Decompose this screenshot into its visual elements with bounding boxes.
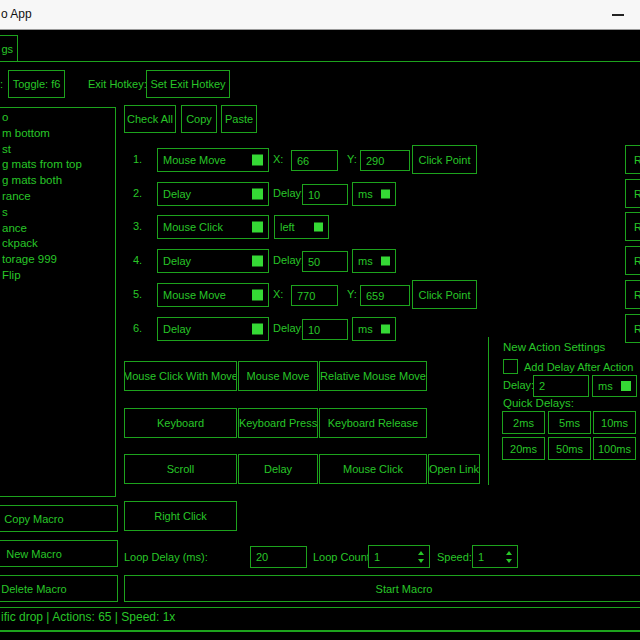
add-keyboard-button[interactable]: Keyboard <box>124 408 237 438</box>
action-type-value: Mouse Move <box>163 154 226 166</box>
delete-macro-button[interactable]: Delete Macro <box>0 575 118 602</box>
start-macro-button[interactable]: Start Macro <box>124 575 640 602</box>
loop-delay-input[interactable] <box>250 546 307 568</box>
new-delay-input[interactable] <box>533 375 589 397</box>
add-keyboard-release-button[interactable]: Keyboard Release <box>319 408 427 438</box>
add-scroll-button[interactable]: Scroll <box>124 454 237 484</box>
add-mouse-click-button[interactable]: Mouse Click <box>319 454 427 484</box>
add-mouse-move-button[interactable]: Mouse Move <box>238 361 318 391</box>
loop-count-stepper[interactable]: 1 <box>368 545 430 568</box>
quick-delays-label: Quick Delays: <box>503 397 574 410</box>
add-keyboard-press-button[interactable]: Keyboard Press <box>238 408 318 438</box>
delay-input[interactable] <box>302 184 348 205</box>
action-row-number: 2. <box>133 187 142 200</box>
spinner-up-icon[interactable] <box>418 551 424 555</box>
action-type-dropdown[interactable]: Mouse Move <box>157 283 269 307</box>
click-point-button[interactable]: Click Point <box>412 145 477 174</box>
y-input[interactable] <box>360 150 410 171</box>
macro-list-item[interactable]: st <box>0 142 115 158</box>
action-row-number: 6. <box>133 322 142 335</box>
action-row-number: 5. <box>133 288 142 301</box>
dropdown-indicator-icon <box>381 325 390 334</box>
set-exit-hotkey-button[interactable]: Set Exit Hotkey <box>146 70 230 98</box>
new-delay-label: Delay: <box>503 379 534 392</box>
new-macro-button[interactable]: New Macro <box>0 540 118 567</box>
spinner-arrows[interactable] <box>418 551 424 563</box>
speed-value: 1 <box>478 551 484 563</box>
remove-button[interactable]: R <box>625 145 640 174</box>
x-input[interactable] <box>291 285 338 306</box>
delay-unit-dropdown[interactable]: ms <box>352 317 396 341</box>
toggle-hotkey-button[interactable]: Toggle: f6 <box>8 70 65 98</box>
remove-button[interactable]: R <box>625 212 640 241</box>
action-type-dropdown[interactable]: Delay <box>157 249 269 273</box>
x-input[interactable] <box>291 150 338 171</box>
new-delay-unit-dropdown[interactable]: ms <box>592 375 637 397</box>
macro-list-item[interactable]: o <box>0 110 115 126</box>
quick-delay-20ms-button[interactable]: 20ms <box>502 437 545 460</box>
quick-delay-10ms-button[interactable]: 10ms <box>593 411 636 434</box>
speed-label: Speed: <box>437 551 472 564</box>
spinner-down-icon[interactable] <box>506 559 512 563</box>
add-mouse-click-with-move-button[interactable]: Mouse Click With Move <box>124 361 237 391</box>
add-delay-button[interactable]: Delay <box>238 454 318 484</box>
macro-list[interactable]: o m bottom st g mats from top g mats bot… <box>0 107 116 497</box>
spinner-up-icon[interactable] <box>506 551 512 555</box>
speed-stepper[interactable]: 1 <box>472 545 518 568</box>
action-type-dropdown[interactable]: Delay <box>157 317 269 341</box>
delay-label: Delay: <box>273 254 304 267</box>
delay-input[interactable] <box>302 251 348 272</box>
macro-list-item[interactable]: s <box>0 205 115 221</box>
y-label: Y: <box>347 288 357 301</box>
action-type-dropdown[interactable]: Mouse Move <box>157 148 269 172</box>
delay-unit-value: ms <box>358 323 373 335</box>
quick-delay-100ms-button[interactable]: 100ms <box>593 437 636 460</box>
macro-list-item[interactable]: torage 999 <box>0 252 115 268</box>
copy-macro-button[interactable]: Copy Macro <box>0 505 118 532</box>
settings-divider <box>488 337 489 485</box>
dropdown-indicator-icon <box>381 190 390 199</box>
y-input[interactable] <box>360 285 410 306</box>
add-delay-checkbox-label: Add Delay After Action <box>524 361 633 374</box>
title-bar: o App <box>0 0 640 30</box>
add-right-click-button[interactable]: Right Click <box>124 501 237 531</box>
macro-list-item[interactable]: g mats from top <box>0 157 115 173</box>
macro-list-item[interactable]: rance <box>0 189 115 205</box>
action-type-dropdown[interactable]: Mouse Click <box>157 215 269 239</box>
action-row-number: 4. <box>133 254 142 267</box>
delay-label: Delay: <box>273 187 304 200</box>
macro-list-item[interactable]: Flip <box>0 268 115 284</box>
dropdown-indicator-icon <box>314 223 323 232</box>
tab-settings[interactable]: gs <box>0 35 18 62</box>
delay-label: Delay: <box>273 322 304 335</box>
delay-unit-dropdown[interactable]: ms <box>352 249 396 273</box>
action-type-dropdown[interactable]: Delay <box>157 182 269 206</box>
click-point-button[interactable]: Click Point <box>412 280 477 309</box>
quick-delay-50ms-button[interactable]: 50ms <box>548 437 591 460</box>
remove-button[interactable]: R <box>625 246 640 275</box>
macro-list-item[interactable]: ckpack <box>0 236 115 252</box>
delay-input[interactable] <box>302 319 348 340</box>
macro-list-item[interactable]: g mats both <box>0 173 115 189</box>
quick-delay-2ms-button[interactable]: 2ms <box>502 411 545 434</box>
status-bar-bottom-line <box>0 630 640 632</box>
macro-list-item[interactable]: ance <box>0 221 115 237</box>
add-relative-mouse-move-button[interactable]: Relative Mouse Move <box>319 361 427 391</box>
loop-count-value: 1 <box>374 551 380 563</box>
copy-button[interactable]: Copy <box>181 105 217 133</box>
minimize-button[interactable] <box>595 0 640 29</box>
add-delay-checkbox[interactable] <box>503 359 518 374</box>
remove-button[interactable]: R <box>625 314 640 343</box>
spinner-down-icon[interactable] <box>418 559 424 563</box>
mouse-button-dropdown[interactable]: left <box>274 215 329 239</box>
quick-delay-5ms-button[interactable]: 5ms <box>548 411 591 434</box>
add-open-link-button[interactable]: Open Link <box>428 454 480 484</box>
new-delay-unit-value: ms <box>598 380 613 392</box>
remove-button[interactable]: R <box>625 280 640 309</box>
delay-unit-dropdown[interactable]: ms <box>352 182 396 206</box>
paste-button[interactable]: Paste <box>221 105 257 133</box>
check-all-button[interactable]: Check All <box>124 105 176 133</box>
macro-list-item[interactable]: m bottom <box>0 126 115 142</box>
spinner-arrows[interactable] <box>506 551 512 563</box>
remove-button[interactable]: R <box>625 179 640 208</box>
